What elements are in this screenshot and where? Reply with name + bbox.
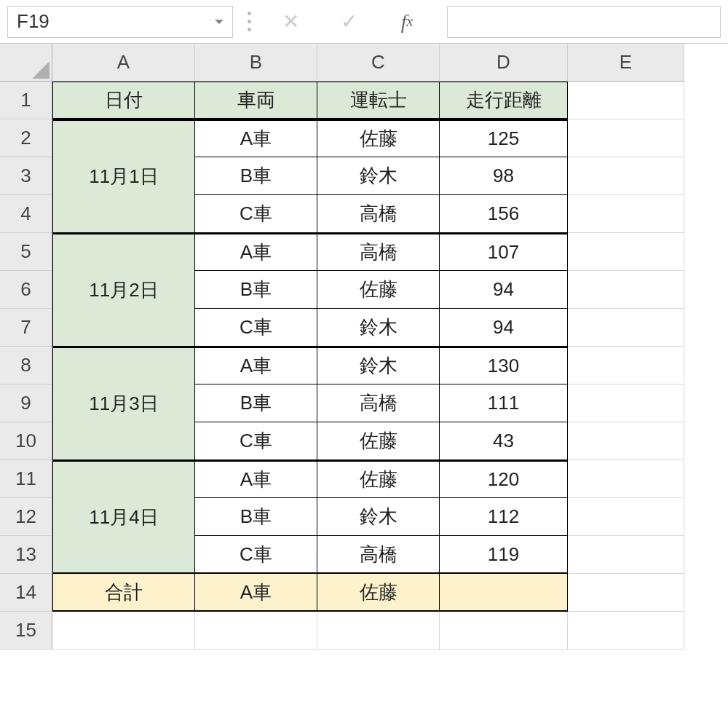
cell-B15[interactable] [195,612,317,650]
cell-D1[interactable]: 走行距離 [440,82,568,119]
cell-D2[interactable]: 125 [440,119,568,157]
row-header-11[interactable]: 11 [0,460,52,498]
cell-B12[interactable]: B車 [195,498,317,536]
col-header-B[interactable]: B [195,44,317,82]
row-header-10[interactable]: 10 [0,422,52,460]
cell-E14[interactable] [568,574,684,612]
cell-A9[interactable]: 11月3日 [52,384,195,422]
cell-C9[interactable]: 高橋 [317,384,440,422]
col-header-A[interactable]: A [52,44,195,82]
cell-D13[interactable]: 119 [440,536,568,574]
row-header-1[interactable]: 1 [0,82,52,119]
row-header-5[interactable]: 5 [0,233,52,271]
row-header-4[interactable]: 4 [0,195,52,233]
cell-B4[interactable]: C車 [195,195,317,233]
cell-B7[interactable]: C車 [195,309,317,347]
row-header-8[interactable]: 8 [0,347,52,384]
cell-A12[interactable]: 11月4日 [52,498,195,536]
cell-A6[interactable]: 11月2日 [52,271,195,309]
cell-C15[interactable] [317,612,440,650]
cell-B14[interactable]: A車 [195,574,317,612]
cell-E4[interactable] [568,195,684,233]
cancel-icon[interactable]: ✕ [265,6,316,38]
cell-D7[interactable]: 94 [440,309,568,347]
select-all-corner[interactable] [0,44,52,82]
cell-B9[interactable]: B車 [195,384,317,422]
cell-E2[interactable] [568,119,684,157]
chevron-down-icon[interactable] [215,20,223,24]
row-header-14[interactable]: 14 [0,574,52,612]
row-header-2[interactable]: 2 [0,119,52,157]
cell-C14[interactable]: 佐藤 [317,574,440,612]
row-header-7[interactable]: 7 [0,309,52,347]
row-header-13[interactable]: 13 [0,536,52,574]
col-header-C[interactable]: C [317,44,440,82]
cell-D12[interactable]: 112 [440,498,568,536]
name-box[interactable]: F19 [7,6,233,38]
cell-E15[interactable] [568,612,684,650]
cell-C2[interactable]: 佐藤 [317,119,440,157]
cell-B3[interactable]: B車 [195,157,317,195]
cell-A3[interactable]: 11月1日 [52,157,195,195]
cell-C11[interactable]: 佐藤 [317,460,440,498]
cell-D11[interactable]: 120 [440,460,568,498]
row-header-3[interactable]: 3 [0,157,52,195]
cell-E5[interactable] [568,233,684,271]
cell-B13[interactable]: C車 [195,536,317,574]
cell-A1[interactable]: 日付 [52,82,195,119]
cell-D15[interactable] [440,612,568,650]
cell-C7[interactable]: 鈴木 [317,309,440,347]
cell-E10[interactable] [568,422,684,460]
cell-D4[interactable]: 156 [440,195,568,233]
cell-A4[interactable] [52,195,195,233]
cell-D9[interactable]: 111 [440,384,568,422]
row-header-12[interactable]: 12 [0,498,52,536]
cell-C13[interactable]: 高橋 [317,536,440,574]
cell-E12[interactable] [568,498,684,536]
cell-C4[interactable]: 高橋 [317,195,440,233]
cell-B2[interactable]: A車 [195,119,317,157]
cell-A2[interactable] [52,119,195,157]
cell-A15[interactable] [52,612,195,650]
cell-E6[interactable] [568,271,684,309]
enter-icon[interactable]: ✓ [323,6,374,38]
cell-B11[interactable]: A車 [195,460,317,498]
cell-E11[interactable] [568,460,684,498]
cell-C5[interactable]: 高橋 [317,233,440,271]
cell-B5[interactable]: A車 [195,233,317,271]
cell-A5[interactable] [52,233,195,271]
cell-A14[interactable]: 合計 [52,574,195,612]
cell-A11[interactable] [52,460,195,498]
cell-E13[interactable] [568,536,684,574]
cell-A7[interactable] [52,309,195,347]
cell-E8[interactable] [568,347,684,384]
cell-C12[interactable]: 鈴木 [317,498,440,536]
col-header-E[interactable]: E [568,44,684,82]
cell-D5[interactable]: 107 [440,233,568,271]
row-header-6[interactable]: 6 [0,271,52,309]
formula-input[interactable] [447,6,721,38]
cell-E9[interactable] [568,384,684,422]
cell-A8[interactable] [52,347,195,384]
cell-D14[interactable] [440,574,568,612]
cell-C3[interactable]: 鈴木 [317,157,440,195]
cell-C8[interactable]: 鈴木 [317,347,440,384]
cell-D6[interactable]: 94 [440,271,568,309]
cell-B6[interactable]: B車 [195,271,317,309]
cell-A13[interactable] [52,536,195,574]
cell-E3[interactable] [568,157,684,195]
col-header-D[interactable]: D [440,44,568,82]
cell-E7[interactable] [568,309,684,347]
cell-C1[interactable]: 運転士 [317,82,440,119]
cell-B1[interactable]: 車両 [195,82,317,119]
cell-D8[interactable]: 130 [440,347,568,384]
row-header-15[interactable]: 15 [0,612,52,650]
cell-C10[interactable]: 佐藤 [317,422,440,460]
cell-B10[interactable]: C車 [195,422,317,460]
fx-icon[interactable]: fx [381,6,432,38]
cell-B8[interactable]: A車 [195,347,317,384]
cell-D3[interactable]: 98 [440,157,568,195]
cell-A10[interactable] [52,422,195,460]
cell-C6[interactable]: 佐藤 [317,271,440,309]
row-header-9[interactable]: 9 [0,384,52,422]
